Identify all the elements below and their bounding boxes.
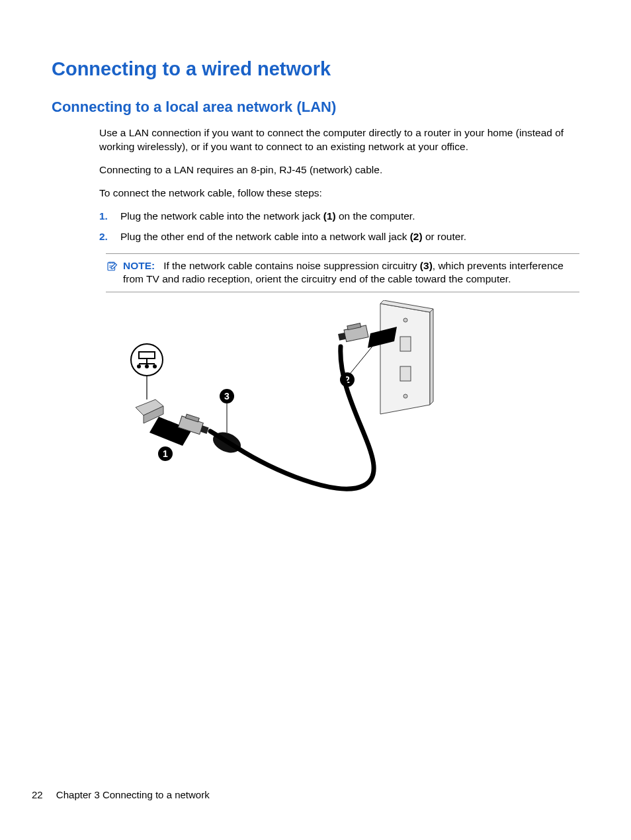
- rj45-plug-wall-end: [337, 322, 368, 343]
- intro-paragraph-3: To connect the network cable, follow the…: [99, 187, 579, 200]
- note-label: NOTE:: [123, 260, 155, 271]
- svg-point-18: [145, 364, 149, 368]
- network-cable: [210, 347, 374, 489]
- svg-point-19: [153, 364, 157, 368]
- page-number: 22: [32, 789, 43, 800]
- wall-jack-plate: [380, 300, 433, 414]
- note-box: NOTE: If the network cable contains nois…: [106, 253, 579, 293]
- callout-1: 1: [163, 448, 168, 459]
- svg-line-8: [351, 337, 380, 373]
- svg-point-7: [403, 394, 407, 398]
- callout-3: 3: [224, 391, 230, 401]
- step-item-2: 2. Plug the other end of the network cab…: [99, 230, 579, 244]
- page-heading-2: Connecting to a local area network (LAN): [52, 99, 579, 116]
- step-number: 1.: [99, 210, 120, 224]
- steps-list: 1. Plug the network cable into the netwo…: [99, 210, 579, 244]
- svg-rect-5: [400, 366, 411, 381]
- svg-marker-3: [430, 309, 433, 405]
- chapter-title: Chapter 3 Connecting to a network: [56, 789, 210, 800]
- network-cable-illustration: 2: [119, 300, 579, 512]
- step-text: Plug the network cable into the network …: [120, 210, 579, 224]
- page-heading-1: Connecting to a wired network: [52, 58, 579, 80]
- step-item-1: 1. Plug the network cable into the netwo…: [99, 210, 579, 224]
- svg-point-6: [403, 318, 407, 322]
- note-icon: [106, 260, 118, 272]
- page-footer: 22 Chapter 3 Connecting to a network: [32, 789, 210, 800]
- intro-paragraph-2: Connecting to a LAN requires an 8-pin, R…: [99, 163, 579, 177]
- svg-rect-12: [338, 333, 346, 341]
- step-text: Plug the other end of the network cable …: [120, 230, 579, 244]
- note-text: NOTE: If the network cable contains nois…: [123, 259, 579, 287]
- svg-point-17: [137, 364, 141, 368]
- body-content: Use a LAN connection if you want to conn…: [99, 126, 579, 512]
- intro-paragraph-1: Use a LAN connection if you want to conn…: [99, 126, 579, 154]
- svg-rect-4: [400, 337, 411, 351]
- document-page: Connecting to a wired network Connecting…: [0, 0, 631, 840]
- network-jack-icon: [131, 344, 163, 376]
- step-number: 2.: [99, 230, 120, 244]
